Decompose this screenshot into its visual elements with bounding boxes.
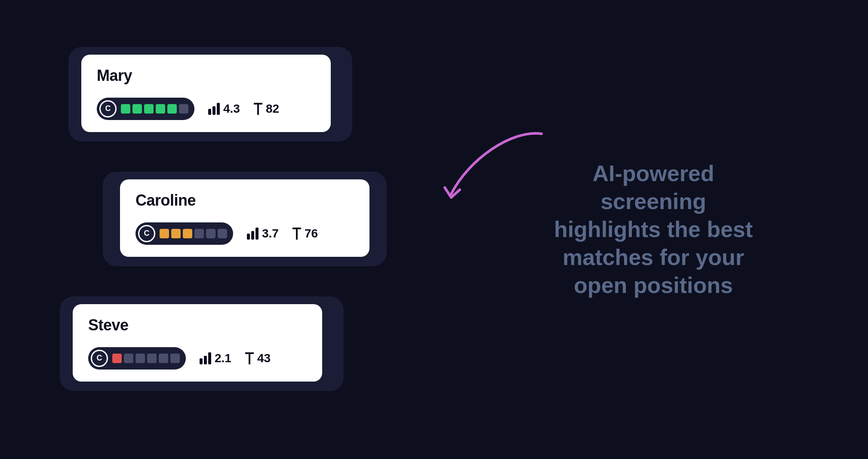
t-icon-mary bbox=[254, 103, 262, 115]
bar-chart-icon-steve bbox=[200, 352, 211, 364]
bar-5-mary bbox=[167, 104, 177, 114]
bar-4-mary bbox=[156, 104, 165, 114]
candidate-card-steve: Steve C bbox=[73, 304, 322, 382]
t-icon-steve bbox=[245, 352, 254, 364]
candidate-name-caroline: Caroline bbox=[135, 191, 354, 209]
c-icon-steve: C bbox=[91, 350, 108, 367]
metric-score-caroline: 76 bbox=[292, 227, 318, 240]
bar-1-mary bbox=[121, 104, 130, 114]
card-metrics-mary: C 4.3 bbox=[97, 98, 315, 120]
score-pill-mary: C bbox=[97, 98, 194, 120]
metric-score-steve: 43 bbox=[245, 351, 271, 365]
rating-value-caroline: 3.7 bbox=[262, 227, 279, 240]
bar-6-mary bbox=[179, 104, 188, 114]
metric-rating-mary: 4.3 bbox=[208, 102, 240, 116]
score-bars-caroline bbox=[160, 229, 227, 238]
bar-3-mary bbox=[144, 104, 154, 114]
score-value-steve: 43 bbox=[257, 351, 271, 365]
bar-5-caroline bbox=[206, 229, 215, 238]
desc-line2: screening bbox=[600, 189, 706, 214]
bar-2-mary bbox=[132, 104, 142, 114]
t-icon-caroline bbox=[292, 228, 301, 240]
bar-chart-icon-caroline bbox=[247, 228, 259, 240]
c-icon-mary: C bbox=[99, 100, 117, 117]
desc-line4: matches for your bbox=[563, 245, 744, 270]
c-icon-caroline: C bbox=[138, 225, 155, 242]
cards-area: Mary C bbox=[47, 47, 434, 413]
score-bars-mary bbox=[121, 104, 188, 114]
arrow-container bbox=[425, 125, 554, 211]
scene: Mary C bbox=[47, 36, 821, 423]
description-area: AI-powered screening highlights the best… bbox=[434, 160, 821, 299]
bar-2-caroline bbox=[171, 229, 181, 238]
score-bars-steve bbox=[112, 354, 180, 363]
desc-line5: open positions bbox=[574, 273, 733, 298]
bar-5-steve bbox=[159, 354, 168, 363]
candidate-name-steve: Steve bbox=[88, 316, 307, 334]
rating-value-mary: 4.3 bbox=[223, 102, 240, 116]
score-pill-steve: C bbox=[88, 347, 186, 370]
arrow-svg bbox=[425, 125, 554, 211]
score-value-mary: 82 bbox=[266, 102, 279, 116]
card-metrics-caroline: C 3.7 bbox=[135, 222, 354, 245]
bar-3-caroline bbox=[183, 229, 192, 238]
desc-line3: highlights the best bbox=[554, 217, 753, 242]
metric-score-mary: 82 bbox=[254, 102, 279, 116]
bar-1-steve bbox=[112, 354, 122, 363]
score-pill-caroline: C bbox=[135, 222, 233, 245]
candidate-card-mary: Mary C bbox=[81, 55, 331, 132]
bar-3-steve bbox=[135, 354, 145, 363]
bar-6-steve bbox=[170, 354, 180, 363]
description-text: AI-powered screening highlights the best… bbox=[554, 160, 753, 299]
rating-value-steve: 2.1 bbox=[215, 351, 231, 365]
candidate-card-caroline: Caroline C bbox=[120, 179, 369, 257]
bar-1-caroline bbox=[160, 229, 169, 238]
bar-2-steve bbox=[124, 354, 133, 363]
candidate-name-mary: Mary bbox=[97, 67, 315, 85]
metric-rating-steve: 2.1 bbox=[200, 351, 231, 365]
score-value-caroline: 76 bbox=[305, 227, 318, 240]
card-metrics-steve: C 2.1 bbox=[88, 347, 307, 370]
bar-4-caroline bbox=[194, 229, 204, 238]
bar-chart-icon-mary bbox=[208, 103, 220, 115]
bar-4-steve bbox=[147, 354, 157, 363]
bar-6-caroline bbox=[218, 229, 227, 238]
desc-line1: AI-powered bbox=[592, 161, 714, 186]
metric-rating-caroline: 3.7 bbox=[247, 227, 279, 240]
